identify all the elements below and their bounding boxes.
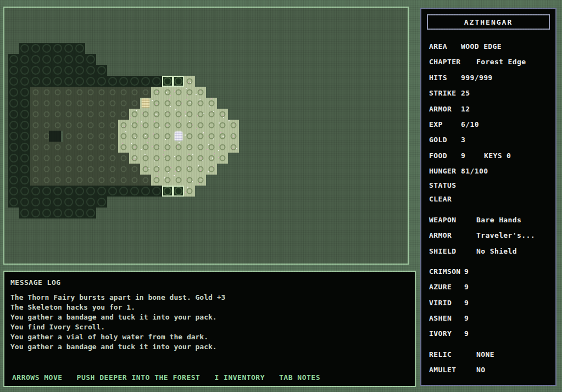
stat-label: SHIELD bbox=[429, 247, 476, 262]
dark-forest-tile bbox=[129, 186, 140, 197]
dark-forest-tile bbox=[8, 186, 19, 197]
clearing-floor-tile bbox=[30, 175, 41, 186]
grove-floor-tile bbox=[184, 98, 195, 109]
dark-forest-tile bbox=[74, 186, 85, 197]
dark-forest-tile bbox=[74, 197, 85, 208]
grove-floor-tile bbox=[173, 164, 184, 175]
grove-floor-tile bbox=[184, 142, 195, 153]
dark-forest-tile bbox=[8, 131, 19, 142]
clearing-floor-tile bbox=[118, 98, 129, 109]
stat-label: FOOD bbox=[429, 152, 461, 167]
grove-floor-tile bbox=[184, 109, 195, 120]
stat-value: 0 bbox=[507, 152, 511, 167]
stat-label: HUNGER bbox=[429, 167, 461, 181]
dark-forest-tile bbox=[41, 197, 52, 208]
clearing-floor-tile bbox=[74, 153, 85, 164]
stat-label: GOLD bbox=[429, 136, 461, 151]
dark-forest-tile bbox=[151, 76, 162, 87]
grove-floor-tile bbox=[173, 87, 184, 98]
stat-value: 9 bbox=[464, 329, 469, 345]
clearing-floor-tile bbox=[30, 98, 41, 109]
clearing-floor-tile bbox=[41, 164, 52, 175]
dark-forest-tile bbox=[85, 186, 96, 197]
dark-forest-tile bbox=[41, 43, 52, 54]
dark-forest-tile bbox=[41, 54, 52, 65]
character-name-box: AZTHENGAR bbox=[427, 14, 550, 30]
stat-row-strike: STRIKE25 bbox=[429, 89, 555, 104]
door-tile bbox=[162, 186, 173, 197]
grove-floor-tile bbox=[151, 98, 162, 109]
clearing-floor-tile bbox=[129, 164, 140, 175]
stat-value: 9 bbox=[464, 314, 469, 329]
stat-label: STATUS bbox=[429, 181, 461, 195]
dark-forest-tile bbox=[52, 208, 63, 219]
grove-floor-tile bbox=[206, 142, 217, 153]
grove-floor-tile bbox=[151, 87, 162, 98]
grove-floor-tile bbox=[228, 131, 239, 142]
grove-floor-tile bbox=[129, 153, 140, 164]
shortcut-hint[interactable]: PUSH DEEPER INTO THE FOREST bbox=[77, 373, 201, 382]
clearing-floor-tile bbox=[41, 175, 52, 186]
stat-value: Bare Hands bbox=[476, 216, 521, 231]
dark-forest-tile bbox=[140, 186, 151, 197]
stat-row-hunger: HUNGER81/100 bbox=[429, 167, 555, 181]
stat-row-armor: ARMORTraveler's... bbox=[429, 231, 555, 247]
rock-block bbox=[49, 131, 61, 142]
clearing-floor-tile bbox=[30, 87, 41, 98]
message-log-lines: The Thorn Fairy bursts apart in bone dus… bbox=[10, 293, 225, 352]
player bbox=[173, 131, 184, 142]
dark-forest-tile bbox=[129, 76, 140, 87]
clearing-floor-tile bbox=[96, 153, 107, 164]
grove-floor-tile bbox=[206, 120, 217, 131]
dark-forest-tile bbox=[8, 164, 19, 175]
clearing-floor-tile bbox=[52, 109, 63, 120]
grove-floor-tile bbox=[118, 120, 129, 131]
shortcut-hint[interactable]: I INVENTORY bbox=[214, 373, 265, 382]
grove-floor-tile bbox=[129, 142, 140, 153]
dark-forest-tile bbox=[107, 76, 118, 87]
stat-value: NONE bbox=[476, 350, 494, 366]
dark-forest-tile bbox=[63, 197, 74, 208]
map-viewport[interactable] bbox=[3, 7, 409, 265]
grove-floor-tile bbox=[184, 87, 195, 98]
stat-label: KEYS bbox=[484, 152, 502, 167]
stat-row-amulet: AMULETNO bbox=[429, 366, 555, 381]
stat-label: EXP bbox=[429, 120, 461, 136]
grove-floor-tile bbox=[228, 142, 239, 153]
clearing-floor-tile bbox=[118, 109, 129, 120]
grove-floor-tile bbox=[217, 142, 228, 153]
clearing-floor-tile bbox=[63, 109, 74, 120]
dark-forest-tile bbox=[19, 186, 30, 197]
shortcut-hint[interactable]: TAB NOTES bbox=[279, 373, 320, 382]
grove-floor-tile bbox=[195, 153, 206, 164]
message-log-panel: MESSAGE LOG The Thorn Fairy bursts apart… bbox=[3, 271, 416, 387]
dark-forest-tile bbox=[8, 142, 19, 153]
dark-forest-tile bbox=[19, 175, 30, 186]
clearing-floor-tile bbox=[107, 98, 118, 109]
dark-forest-tile bbox=[52, 197, 63, 208]
dark-forest-tile bbox=[19, 197, 30, 208]
clearing-floor-tile bbox=[52, 120, 63, 131]
dark-forest-tile bbox=[52, 43, 63, 54]
clearing-floor-tile bbox=[85, 142, 96, 153]
grove-floor-tile bbox=[173, 153, 184, 164]
grove-floor-tile bbox=[184, 186, 195, 197]
dark-forest-tile bbox=[30, 208, 41, 219]
dark-forest-tile bbox=[8, 76, 19, 87]
grove-floor-tile bbox=[129, 120, 140, 131]
stat-label: ARMOR bbox=[429, 105, 461, 120]
clearing-floor-tile bbox=[63, 142, 74, 153]
dark-forest-tile bbox=[19, 109, 30, 120]
shortcut-hint[interactable]: ARROWS MOVE bbox=[12, 373, 63, 382]
dark-forest-tile bbox=[8, 87, 19, 98]
grove-floor-tile bbox=[195, 98, 206, 109]
clearing-floor-tile bbox=[74, 120, 85, 131]
grove-floor-tile bbox=[140, 131, 151, 142]
dark-forest-tile bbox=[63, 43, 74, 54]
dark-forest-tile bbox=[19, 153, 30, 164]
grove-floor-tile bbox=[184, 76, 195, 87]
dark-forest-tile bbox=[30, 43, 41, 54]
clearing-floor-tile bbox=[52, 175, 63, 186]
dark-forest-tile bbox=[41, 208, 52, 219]
clearing-floor-tile bbox=[74, 131, 85, 142]
